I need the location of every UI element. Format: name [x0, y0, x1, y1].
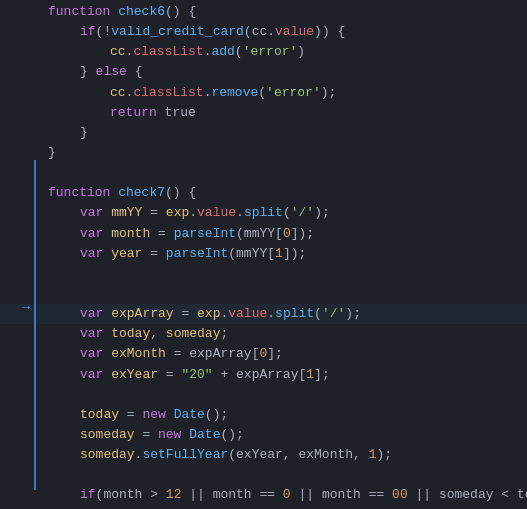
code-line: var year = parseInt(mmYY[1]);	[0, 244, 527, 264]
code-line: today = new Date();	[0, 405, 527, 425]
code-line	[0, 264, 527, 284]
code-line: var exMonth = expArray[0];	[0, 344, 527, 364]
code-line: someday.setFullYear(exYear, exMonth, 1);	[0, 445, 527, 465]
code-line	[0, 465, 527, 485]
code-line: }	[0, 143, 527, 163]
code-line: function check7() {	[0, 183, 527, 203]
code-line: var exYear = "20" + expArray[1];	[0, 365, 527, 385]
arrow-indicator: →	[0, 298, 34, 318]
code-line: }	[0, 123, 527, 143]
code-line	[0, 284, 527, 304]
code-line: function check6() {	[0, 2, 527, 22]
code-line: cc.classList.add('error')	[0, 42, 527, 62]
code-line: if(!valid_credit_card(cc.value)) {	[0, 22, 527, 42]
code-line: year > 27) {	[0, 506, 527, 509]
code-line	[0, 385, 527, 405]
code-line: } else {	[0, 62, 527, 82]
code-line	[0, 163, 527, 183]
code-line: someday = new Date();	[0, 425, 527, 445]
code-editor: → function check6() { if(!valid_credit_c…	[0, 0, 527, 509]
code-line: var expArray = exp.value.split('/');	[0, 304, 527, 324]
code-line: return true	[0, 103, 527, 123]
code-line: var month = parseInt(mmYY[0]);	[0, 224, 527, 244]
code-line: cc.classList.remove('error');	[0, 83, 527, 103]
code-line: var today, someday;	[0, 324, 527, 344]
code-line: if(month > 12 || month == 0 || month == …	[0, 485, 527, 505]
code-line: var mmYY = exp.value.split('/');	[0, 203, 527, 223]
